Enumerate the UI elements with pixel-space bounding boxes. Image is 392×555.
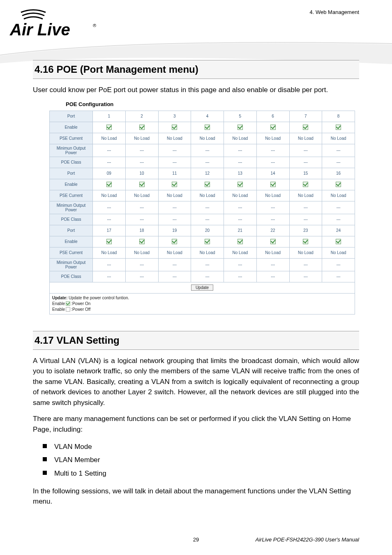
legend-enable-off: Enable <box>52 307 65 312</box>
row-label-poeclass: POE Class <box>50 157 93 168</box>
checkbox-on-icon <box>66 302 70 306</box>
poeclass-value: --- <box>224 214 257 225</box>
section-417-heading: 4.17 VLAN Setting <box>33 331 359 350</box>
update-button[interactable]: Update <box>191 284 213 291</box>
minout-value: --- <box>191 144 224 157</box>
port-number: 09 <box>93 168 126 179</box>
enable-checkbox[interactable] <box>172 125 177 130</box>
brand-logo: Air Live ® <box>7 7 97 39</box>
enable-checkbox[interactable] <box>139 182 145 187</box>
pse-value: No Load <box>125 247 158 258</box>
poeclass-value: --- <box>158 157 191 168</box>
port-number: 19 <box>158 225 191 236</box>
enable-checkbox[interactable] <box>238 182 243 187</box>
minout-value: --- <box>158 258 191 271</box>
pse-value: No Load <box>256 133 289 144</box>
pse-value: No Load <box>125 133 158 144</box>
row-label-enable: Enable <box>50 179 93 190</box>
poeclass-value: --- <box>93 214 126 225</box>
row-label-enable: Enable <box>50 122 93 133</box>
section-417-p2: There are many management functions can … <box>33 414 359 435</box>
enable-checkbox[interactable] <box>172 182 177 187</box>
poeclass-value: --- <box>224 271 257 282</box>
poeclass-value: --- <box>289 271 322 282</box>
minout-value: --- <box>93 201 126 214</box>
poeclass-value: --- <box>322 157 355 168</box>
enable-checkbox[interactable] <box>205 125 210 130</box>
port-number: 3 <box>158 111 191 122</box>
row-label-poeclass: POE Class <box>50 271 93 282</box>
port-number: 22 <box>256 225 289 236</box>
port-number: 12 <box>191 168 224 179</box>
poeclass-value: --- <box>158 271 191 282</box>
pse-value: No Load <box>158 190 191 201</box>
enable-checkbox[interactable] <box>205 182 210 187</box>
pse-value: No Load <box>125 190 158 201</box>
port-number: 14 <box>256 168 289 179</box>
checkbox-off-icon <box>66 308 70 312</box>
minout-value: --- <box>191 201 224 214</box>
enable-checkbox[interactable] <box>303 239 308 244</box>
pse-value: No Load <box>191 190 224 201</box>
minout-value: --- <box>322 144 355 157</box>
pse-value: No Load <box>289 133 322 144</box>
enable-checkbox[interactable] <box>205 239 210 244</box>
enable-checkbox[interactable] <box>336 125 341 130</box>
enable-checkbox[interactable] <box>336 182 341 187</box>
poeclass-value: --- <box>322 271 355 282</box>
port-number: 24 <box>322 225 355 236</box>
legend-update-label: Update: <box>52 296 67 300</box>
enable-checkbox[interactable] <box>238 239 243 244</box>
enable-checkbox[interactable] <box>172 239 177 244</box>
page-footer: 29 AirLive POE-FSH2422G-390 User's Manua… <box>33 536 359 543</box>
pse-value: No Load <box>93 190 126 201</box>
registered-mark: ® <box>93 23 96 28</box>
poe-config-table: Port 1 2 3 4 5 6 7 8 Enable <box>49 111 355 294</box>
bullet-vlan-member: VLAN Member <box>43 453 359 467</box>
enable-checkbox[interactable] <box>106 182 112 187</box>
pse-value: No Load <box>322 247 355 258</box>
row-label-pse: PSE Current <box>50 133 93 144</box>
poeclass-value: --- <box>191 271 224 282</box>
poeclass-value: --- <box>289 214 322 225</box>
chapter-header: 4. Web Management <box>310 9 359 15</box>
poeclass-value: --- <box>93 157 126 168</box>
minout-value: --- <box>224 258 257 271</box>
port-number: 15 <box>289 168 322 179</box>
port-number: 18 <box>125 225 158 236</box>
pse-value: No Load <box>191 247 224 258</box>
port-number: 21 <box>224 225 257 236</box>
port-number: 11 <box>158 168 191 179</box>
enable-checkbox[interactable] <box>270 182 276 187</box>
poeclass-value: --- <box>125 214 158 225</box>
port-number: 23 <box>289 225 322 236</box>
row-label-poeclass: POE Class <box>50 214 93 225</box>
enable-checkbox[interactable] <box>139 125 145 130</box>
pse-value: No Load <box>93 133 126 144</box>
pse-value: No Load <box>256 247 289 258</box>
minout-value: --- <box>289 258 322 271</box>
row-label-port: Port <box>50 225 93 236</box>
enable-checkbox[interactable] <box>106 239 112 244</box>
enable-checkbox[interactable] <box>303 125 308 130</box>
poeclass-value: --- <box>256 157 289 168</box>
enable-checkbox[interactable] <box>139 239 145 244</box>
legend-enable-on: Enable <box>52 301 65 306</box>
row-label-minout: Minimun Output Power <box>50 258 93 271</box>
row-label-minout: Minimun Output Power <box>50 201 93 214</box>
pse-value: No Load <box>158 247 191 258</box>
section-416-heading: 4.16 POE (Port Management menu) <box>33 60 359 79</box>
minout-value: --- <box>289 201 322 214</box>
enable-checkbox[interactable] <box>336 239 341 244</box>
enable-checkbox[interactable] <box>270 125 276 130</box>
enable-checkbox[interactable] <box>270 239 276 244</box>
legend-power-on: :Power On <box>71 301 90 306</box>
port-number: 13 <box>224 168 257 179</box>
enable-checkbox[interactable] <box>238 125 243 130</box>
minout-value: --- <box>322 201 355 214</box>
enable-checkbox[interactable] <box>303 182 308 187</box>
pse-value: No Load <box>289 247 322 258</box>
minout-value: --- <box>125 258 158 271</box>
enable-checkbox[interactable] <box>106 125 112 130</box>
pse-value: No Load <box>322 190 355 201</box>
